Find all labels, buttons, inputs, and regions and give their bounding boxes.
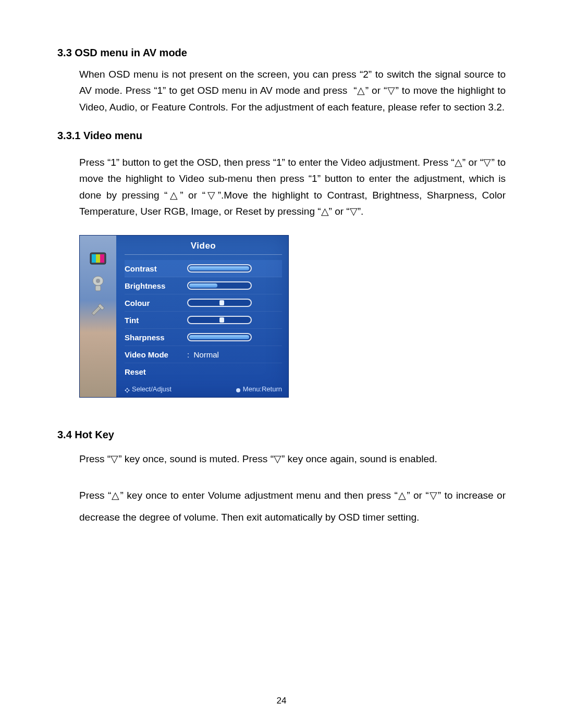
- osd-footer-left-text: Select/Adjust: [132, 385, 172, 393]
- tools-tab-icon: [89, 301, 107, 317]
- section-3-3-body: When OSD menu is not present on the scre…: [57, 66, 506, 115]
- osd-row-tint: Tint: [125, 312, 282, 329]
- osd-row-label: Reset: [125, 367, 187, 376]
- svg-rect-2: [92, 254, 96, 263]
- osd-row-label: Video Mode: [125, 350, 187, 359]
- video-tab-icon: [89, 251, 107, 267]
- osd-video-menu-screenshot: Video Contrast Brightness Colour Tint: [79, 235, 289, 398]
- slider-brightness: [187, 281, 252, 290]
- svg-rect-6: [95, 286, 101, 291]
- svg-marker-7: [126, 388, 128, 389]
- section-3-3-1-heading: 3.3.1 Video menu: [57, 130, 506, 142]
- osd-row-label: Brightness: [125, 281, 187, 290]
- osd-row-brightness: Brightness: [125, 277, 282, 294]
- four-arrows-icon: [125, 387, 130, 392]
- section-3-4-p1: Press “▽” key once, sound is muted. Pres…: [57, 448, 506, 470]
- osd-row-sharpness: Sharpness: [125, 329, 282, 346]
- osd-row-label: Colour: [125, 299, 187, 307]
- slider-colour: [187, 299, 252, 307]
- osd-panel-title: Video: [125, 241, 282, 255]
- dot-icon: [236, 387, 241, 392]
- osd-row-reset: Reset: [125, 363, 282, 380]
- osd-row-label: Contrast: [125, 264, 187, 273]
- svg-marker-8: [126, 391, 128, 393]
- page-number: 24: [0, 696, 563, 706]
- osd-row-contrast: Contrast: [125, 260, 282, 277]
- svg-rect-3: [96, 254, 100, 263]
- osd-footer-right-text: Menu:Return: [243, 385, 282, 393]
- osd-category-sidebar: [80, 236, 116, 397]
- slider-tint: [187, 316, 252, 324]
- osd-row-label: Tint: [125, 316, 187, 325]
- osd-row-colour: Colour: [125, 294, 282, 312]
- section-3-4-heading: 3.4 Hot Key: [57, 429, 506, 441]
- osd-footer-menu-return: Menu:Return: [236, 385, 282, 393]
- osd-row-video-mode: Video Mode : Normal: [125, 346, 282, 363]
- slider-contrast: [187, 264, 252, 273]
- svg-marker-10: [128, 389, 130, 391]
- svg-point-5: [96, 279, 100, 283]
- svg-marker-9: [125, 389, 126, 391]
- section-3-4-p2: Press “△” key once to enter Volume adjus…: [57, 485, 506, 528]
- osd-footer-select-adjust: Select/Adjust: [125, 385, 172, 393]
- svg-point-11: [236, 388, 240, 392]
- section-3-3-1-body: Press “1” button to get the OSD, then pr…: [57, 154, 506, 219]
- video-mode-value: : Normal: [187, 350, 219, 359]
- slider-sharpness: [187, 333, 252, 341]
- osd-row-label: Sharpness: [125, 333, 187, 342]
- section-3-3-heading: 3.3 OSD menu in AV mode: [57, 47, 506, 59]
- audio-tab-icon: [89, 276, 107, 292]
